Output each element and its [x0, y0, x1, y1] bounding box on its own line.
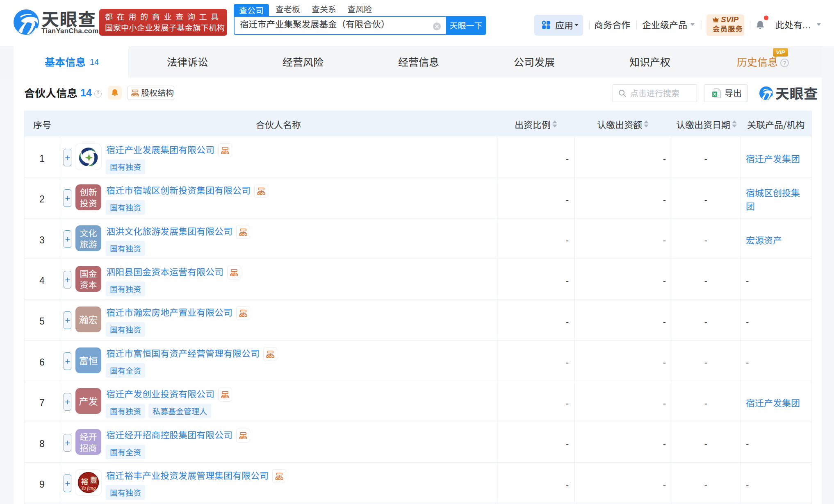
- svg-text:豐: 豐: [90, 474, 97, 485]
- svg-text:Yu feng: Yu feng: [81, 485, 96, 491]
